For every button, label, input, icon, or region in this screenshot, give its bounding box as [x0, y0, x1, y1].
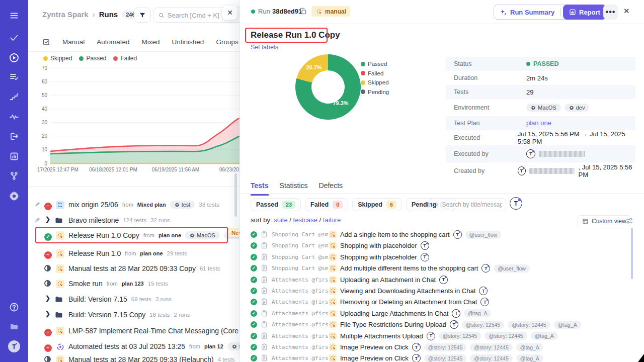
- breadcrumb-project[interactable]: Zyntra Spark: [42, 10, 89, 19]
- run-list-item[interactable]: −Release Run 1.0fromplan one29 tests: [28, 247, 239, 259]
- close-detail-button[interactable]: ✕: [623, 7, 630, 16]
- chart-box-icon[interactable]: [9, 151, 19, 161]
- test-result-row[interactable]: ✓Shopping Cart @sm…Add a single item to …: [240, 229, 644, 240]
- test-result-row[interactable]: ✓Attachments @firstFile Type Restriction…: [240, 319, 644, 330]
- box-arrow-icon[interactable]: [9, 131, 19, 141]
- manual-test-icon: [329, 276, 337, 284]
- run-list-item[interactable]: Manual tests at 28 Mar 2025 09:33 (Relau…: [28, 353, 239, 362]
- run-type-tab-manual[interactable]: Manual: [62, 38, 85, 46]
- test-result-row[interactable]: ✓Attachments @firstRemoving or Deleting …: [240, 297, 644, 307]
- chevron-right-icon[interactable]: ❯: [45, 295, 50, 302]
- bulk-select-icon[interactable]: [42, 38, 50, 46]
- panel-close-button[interactable]: ✕: [222, 6, 237, 20]
- test-result-row[interactable]: ✓Attachments @firstMultiple Attachments …: [240, 331, 644, 341]
- tests-search[interactable]: [429, 198, 506, 211]
- run-list-item[interactable]: ❯Build: Version 7.15 Copy18 tests2 runs: [28, 309, 239, 321]
- sort-option-testcase[interactable]: testcase: [293, 216, 317, 224]
- test-result-row[interactable]: ✓Attachments @firstUploading Large Attac…: [240, 308, 644, 319]
- folder-icon: [55, 295, 63, 303]
- run-list-item[interactable]: ❯Bravo milestone124 tests32 runs: [28, 214, 239, 226]
- test-result-row[interactable]: ✓Shopping Cart @sm…Shopping with placeho…: [240, 240, 644, 251]
- donut-legend-item-passed: Passed: [361, 61, 389, 67]
- runs-trend-chart: 01020304050607017/2025 12:47 PM06/18/202…: [28, 64, 239, 175]
- run-list-item[interactable]: −LMP-587 Implement Real-Time Chat Messag…: [28, 325, 239, 337]
- svg-text:06/19/2025 11:56 AM: 06/19/2025 11:56 AM: [152, 167, 199, 172]
- run-type-mixed-icon: [56, 201, 64, 210]
- test-result-row[interactable]: ✓Attachments @firstViewing and Downloadi…: [240, 286, 644, 296]
- test-tag: @tag_A: [554, 321, 581, 329]
- avatar-icon[interactable]: T: [8, 340, 21, 353]
- sort-option-failure[interactable]: failure: [323, 216, 341, 224]
- copy-icon[interactable]: [299, 8, 307, 15]
- tests-search-input[interactable]: [442, 201, 502, 208]
- run-list-item[interactable]: ❯Build: Version 7.1569 tests3 runs: [28, 293, 239, 305]
- legend-dot: [113, 56, 118, 61]
- summary-label: Executed: [446, 134, 518, 141]
- clipboard-icon: [261, 264, 268, 272]
- run-type-tab-unfinished[interactable]: Unfinished: [172, 38, 204, 46]
- test-result-row[interactable]: ✓Attachments @firstImage Preview on Clic…: [240, 353, 644, 362]
- manual-test-icon: [329, 253, 337, 261]
- help-icon[interactable]: [9, 302, 19, 312]
- steps-icon[interactable]: [9, 92, 19, 102]
- run-title: Manual tests at 28 Mar 2025 09:33 Copy: [68, 264, 196, 273]
- pin-icon: [34, 201, 41, 208]
- gear-icon[interactable]: [9, 191, 19, 201]
- run-list-item[interactable]: ✓Release Run 1.0 Copyfromplan oneMacOSde…: [28, 229, 239, 241]
- test-result-row[interactable]: ✓Shopping Cart @sm…Shopping with placeho…: [240, 252, 644, 262]
- test-tag: @story: 12445: [470, 343, 512, 351]
- run-list-item[interactable]: −Automated tests at 03 Jul 2025 13:25fro…: [28, 340, 239, 352]
- more-actions-button[interactable]: •••: [603, 5, 618, 20]
- manual-test-icon: [329, 332, 337, 340]
- report-button[interactable]: Report: [563, 5, 606, 20]
- custom-view-button[interactable]: Custom view: [577, 215, 631, 227]
- sliders-icon[interactable]: [625, 217, 633, 225]
- donut-legend-item-failed: Failed: [361, 70, 389, 76]
- test-result-row[interactable]: ✓Attachments @firstImage Preview on Clic…: [240, 342, 644, 352]
- chevron-right-icon[interactable]: ❯: [45, 310, 50, 317]
- check-icon[interactable]: [9, 33, 19, 43]
- status-text: PASSED: [533, 60, 558, 67]
- environment-badge: test: [227, 342, 239, 350]
- list-check-icon[interactable]: [9, 72, 19, 82]
- assignee-avatar: T: [412, 354, 421, 362]
- folders-icon[interactable]: [9, 321, 19, 331]
- run-type-badge: manual: [311, 6, 350, 17]
- run-type-tab-automated[interactable]: Automated: [97, 38, 129, 46]
- sort-option-suite[interactable]: suite: [274, 216, 287, 224]
- test-passed-icon: ✓: [251, 333, 257, 339]
- environment-badge: dev: [565, 104, 590, 112]
- filter-chip-skipped[interactable]: Skipped6: [352, 198, 402, 211]
- run-title: Smoke run: [68, 280, 103, 288]
- run-list-item[interactable]: Manual tests at 28 Mar 2025 09:33 Copy61…: [28, 262, 239, 275]
- run-type-tab-groups[interactable]: Groups: [216, 38, 238, 46]
- run-type-manual-icon: [56, 355, 64, 362]
- filter-chip-passed[interactable]: Passed23: [251, 198, 301, 211]
- test-result-row[interactable]: ✓Shopping Cart @sm…Add multiple differen…: [240, 263, 644, 274]
- set-labels-link[interactable]: Set labels: [251, 44, 278, 51]
- summary-label: Test Plan: [446, 120, 526, 127]
- left-scrollbar-thumb[interactable]: [234, 173, 237, 217]
- sort-separator: /: [288, 216, 293, 224]
- test-plan-link[interactable]: plan one: [526, 119, 551, 127]
- detail-scrollbar-thumb[interactable]: [631, 228, 633, 279]
- test-title: Removing or Deleting an Attachment from …: [340, 298, 477, 306]
- branch-icon[interactable]: [9, 171, 19, 181]
- chevron-right-icon[interactable]: ❯: [45, 216, 50, 223]
- summary-row-duration: Duration2m 24s: [446, 71, 635, 85]
- run-type-tab-mixed[interactable]: Mixed: [142, 38, 160, 46]
- pulse-icon[interactable]: [9, 112, 19, 122]
- run-list-item[interactable]: −mix origin 25/06fromMixed plantest33 te…: [28, 199, 239, 211]
- play-icon[interactable]: [9, 53, 19, 63]
- assignee-filter-avatar[interactable]: T: [510, 197, 522, 210]
- filter-chip-failed[interactable]: Failed0: [305, 198, 348, 211]
- run-list-item[interactable]: Smoke runfromplan 12315 tests: [28, 278, 239, 290]
- legend-label: Pending: [368, 89, 389, 95]
- test-tag: @tag_A: [531, 332, 558, 340]
- environment-badge-label: test: [182, 202, 191, 208]
- filter-button[interactable]: [134, 8, 151, 23]
- test-tag: @story: 12445: [470, 354, 512, 362]
- test-result-row[interactable]: ✓Attachments @firstUploading an Attachme…: [240, 275, 644, 285]
- menu-icon[interactable]: [9, 11, 19, 21]
- run-label: Run: [258, 8, 270, 15]
